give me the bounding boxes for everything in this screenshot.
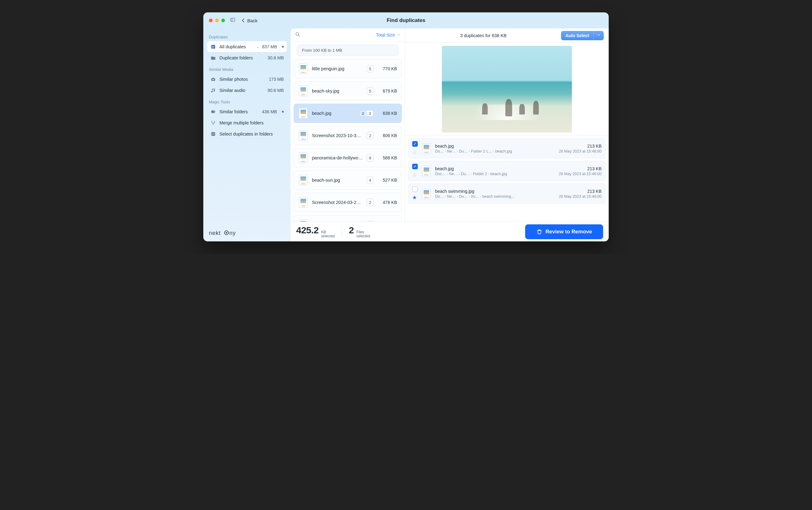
- sidebar-item-label: Similar folders: [220, 109, 259, 114]
- file-name: beach.jpg: [312, 111, 356, 116]
- duplicate-size: 213 KB: [559, 189, 602, 194]
- sort-dropdown[interactable]: Total Size: [376, 32, 400, 37]
- file-type-icon: JPEG: [298, 174, 308, 186]
- traffic-lights: [209, 19, 225, 22]
- file-row[interactable]: JPEGbeach-sky.jpg5679 KB: [294, 81, 402, 101]
- detail-summary: 3 duplicates for 638 KB: [410, 33, 557, 38]
- svg-text:ny: ny: [229, 230, 236, 236]
- trash-icon: [536, 229, 543, 235]
- file-row[interactable]: JPEGbeach-sun.jpg4527 KB: [294, 171, 402, 190]
- sidebar-item-duplicate-folders[interactable]: Duplicate folders30.8 MB: [207, 52, 287, 63]
- file-list-pane: Total Size From 100 KB to 1 MB JPEGlittl…: [291, 28, 405, 222]
- brand-logo: nekt ny: [207, 230, 287, 239]
- sidebar-item-merge-multiple-folders[interactable]: Merge multiple folders: [207, 117, 287, 129]
- sidebar-item-size: 30.8 MB: [268, 55, 284, 60]
- zoom-window-button[interactable]: [221, 19, 225, 22]
- count-badge: 4: [367, 176, 374, 184]
- star-button[interactable]: ☆: [412, 172, 418, 178]
- file-row[interactable]: JPEGlittle penguin.jpg5770 KB: [294, 59, 402, 78]
- duplicate-path: Do…›Ne…›Du…›Im…›beach swimming…: [435, 194, 556, 199]
- search-button[interactable]: [295, 32, 300, 38]
- duplicate-path: Do…›Ne…›Du…›Folder 2 c…›beach.jpg: [435, 149, 556, 153]
- file-name: beach-sky.jpg: [312, 88, 363, 93]
- stat-size: 425.2 KB selected: [296, 225, 335, 238]
- file-row[interactable]: PNGScreenshot 2024-03-2…2478 KB: [294, 193, 402, 212]
- file-name: little penguin.jpg: [312, 66, 363, 71]
- duplicate-row[interactable]: ☆JPEGbeach.jpgDoc…›Ne…›Du…›Folder 2›beac…: [408, 161, 606, 181]
- music-icon: [210, 88, 216, 93]
- sidebar: DuplicatesAll duplicates⌄837 MBDuplicate…: [203, 28, 291, 242]
- sidebar-item-label: Duplicate folders: [220, 55, 265, 60]
- file-type-icon: JPEG: [298, 130, 308, 141]
- file-size: 527 KB: [377, 178, 397, 182]
- file-type-icon: JPEG: [298, 219, 308, 222]
- duplicate-name: beach swimming.jpg: [435, 189, 556, 194]
- sidebar-item-label: Similar audio: [220, 88, 265, 93]
- file-size: 588 KB: [377, 155, 397, 160]
- duplicate-size: 213 KB: [559, 166, 602, 171]
- svg-point-12: [226, 232, 227, 234]
- duplicate-row[interactable]: ★JPEGbeach swimming.jpgDo…›Ne…›Du…›Im…›b…: [408, 183, 606, 204]
- file-type-icon: JPEG: [421, 165, 432, 177]
- file-row[interactable]: JPEGbeach.jpg23638 KB: [294, 104, 402, 123]
- select-checkbox[interactable]: [412, 186, 418, 192]
- preview-area: [405, 43, 609, 136]
- auto-select-group: Auto Select: [561, 31, 604, 40]
- minimize-window-button[interactable]: [215, 19, 219, 22]
- list-icon: [210, 44, 216, 50]
- svg-rect-5: [212, 48, 213, 48]
- sidebar-item-size: 173 MB: [269, 77, 284, 82]
- select-checkbox[interactable]: [412, 164, 418, 169]
- file-type-icon: JPEG: [298, 63, 308, 74]
- back-button[interactable]: Back: [240, 18, 258, 23]
- stat-size-value: 425.2: [296, 225, 319, 235]
- stat-files: 2 Files selected: [349, 225, 370, 238]
- folder-icon: [210, 55, 216, 61]
- sidebar-item-label: Select duplicates in folders: [220, 132, 284, 137]
- duplicate-size: 213 KB: [559, 144, 602, 148]
- indicator-dot-icon: [282, 46, 284, 48]
- file-size: 638 KB: [377, 111, 397, 116]
- section-label: Similar Media: [209, 67, 285, 72]
- svg-rect-9: [211, 132, 215, 136]
- indicator-dot-icon: [282, 111, 284, 113]
- sidebar-item-similar-photos[interactable]: Similar photos173 MB: [207, 74, 287, 85]
- sidebar-item-similar-folders[interactable]: Similar folders436 MB: [207, 106, 287, 117]
- svg-rect-3: [212, 46, 214, 46]
- review-label: Review to Remove: [546, 229, 592, 235]
- footer: 425.2 KB selected 2 Files selected: [291, 222, 609, 242]
- file-size: 679 KB: [377, 88, 397, 93]
- duplicate-list: ☆JPEGbeach.jpgDo…›Ne…›Du…›Folder 2 c…›be…: [405, 136, 609, 206]
- section-label: Duplicates: [209, 35, 285, 39]
- review-to-remove-button[interactable]: Review to Remove: [525, 224, 603, 239]
- duplicate-name: beach.jpg: [435, 144, 556, 148]
- star-button[interactable]: ☆: [412, 149, 418, 155]
- close-window-button[interactable]: [209, 19, 212, 22]
- chevron-down-icon: [397, 33, 400, 37]
- sidebar-icon: [230, 17, 235, 23]
- group-header: From 100 KB to 1 MB: [297, 45, 399, 56]
- star-button[interactable]: ★: [412, 194, 418, 201]
- divider: [342, 227, 342, 237]
- duplicate-row[interactable]: ☆JPEGbeach.jpgDo…›Ne…›Du…›Folder 2 c…›be…: [408, 138, 606, 159]
- svg-point-6: [212, 79, 214, 81]
- section-label: Magic Tools: [209, 100, 285, 104]
- file-row[interactable]: JPEGbeach-summer.jpg2478 KB: [294, 215, 402, 222]
- sidebar-item-select-duplicates-in-folders[interactable]: Select duplicates in folders: [207, 129, 287, 140]
- camera-icon: [210, 77, 216, 82]
- sidebar-item-all-duplicates[interactable]: All duplicates⌄837 MB: [207, 41, 287, 52]
- duplicate-date: 26 May 2023 at 15:46:00: [559, 149, 602, 153]
- select-checkbox[interactable]: [412, 141, 418, 147]
- stat-size-sub: selected: [321, 234, 335, 238]
- sidebar-toggle-button[interactable]: [230, 17, 235, 24]
- sidebar-item-similar-audio[interactable]: Similar audio90.6 MB: [207, 85, 287, 96]
- svg-point-8: [212, 111, 215, 113]
- file-size: 478 KB: [377, 200, 397, 205]
- file-row[interactable]: JPEGScreenshot 2023-10-30…2606 KB: [294, 126, 402, 145]
- file-name: panoramica-de-hollywo…: [312, 155, 363, 160]
- auto-select-menu-button[interactable]: [593, 31, 604, 40]
- file-size: 770 KB: [377, 66, 397, 71]
- auto-select-button[interactable]: Auto Select: [561, 31, 593, 40]
- file-row[interactable]: JPEGpanoramica-de-hollywo…8588 KB: [294, 148, 402, 167]
- file-type-icon: PNG: [298, 197, 308, 208]
